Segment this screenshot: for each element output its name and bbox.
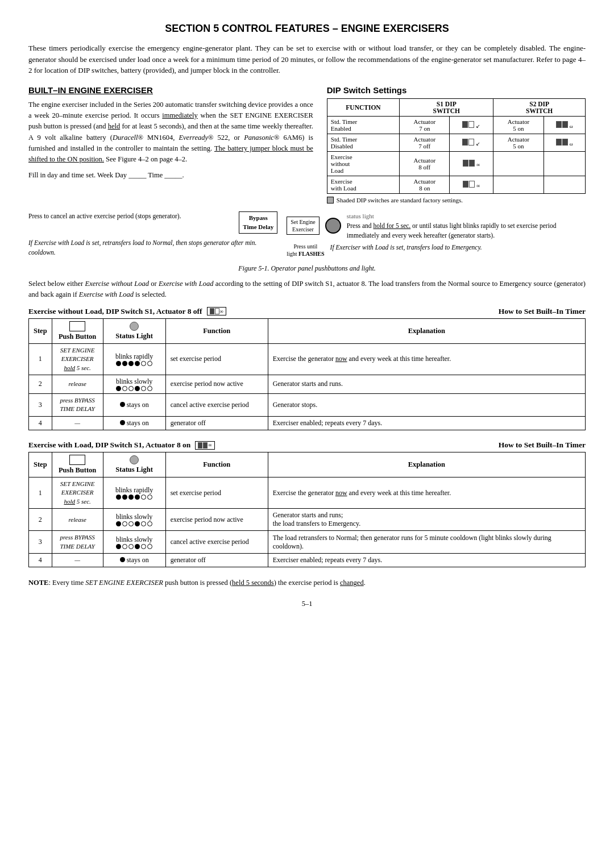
push-button-header-wrapper: Push Button xyxy=(52,452,103,477)
dot-icon xyxy=(122,361,127,366)
table-row: ExercisewithoutLoad Actuator8 off ∞ xyxy=(327,151,585,176)
push-button-cell: — xyxy=(52,554,103,567)
explanation-cell: Exercise the generator now and every wee… xyxy=(268,343,585,375)
dot-icon xyxy=(147,495,152,500)
function-header: Function xyxy=(165,318,268,343)
exerciser-with-load-note: If Exerciser with Load is set, transfers… xyxy=(330,243,482,252)
step-number: 3 xyxy=(29,531,52,554)
dot-icon xyxy=(141,521,146,526)
step-number: 1 xyxy=(29,477,52,509)
table-row: 4 — stays on generator off Exerciser ena… xyxy=(29,416,586,430)
explanation-cell: Exercise the generator now and every wee… xyxy=(268,477,585,509)
step-number: 4 xyxy=(29,554,52,567)
exercise-without-load-section: Exercise without Load, DIP Switch S1, Ac… xyxy=(28,307,586,430)
push-button-header: Push Button xyxy=(59,466,96,475)
push-button-cell: — xyxy=(52,416,103,430)
dip-switch-inline-off: ∞ xyxy=(207,307,226,315)
dot-icon xyxy=(128,521,134,526)
explanation-header: Explanation xyxy=(268,452,585,477)
dot-icon xyxy=(135,386,140,391)
status-light-header-wrapper: Status Light xyxy=(103,452,165,477)
how-to-with-load: How to Set Built–In Timer xyxy=(499,441,586,450)
dot-icon xyxy=(128,361,134,366)
figure-area: Press to cancel an active exercise perio… xyxy=(28,211,586,258)
status-light-cell: stays on xyxy=(103,554,165,567)
function-cell: cancel active exercise period xyxy=(165,393,268,416)
status-light-cell: stays on xyxy=(103,393,165,416)
status-light-header: Status Light xyxy=(115,332,153,340)
dip-title: DIP Switch Settings xyxy=(327,85,586,95)
dot-icon xyxy=(128,544,134,549)
page-number: 5–1 xyxy=(28,600,586,608)
dot-icon xyxy=(116,495,121,500)
explanation-cell: Generator starts and runs;the load trans… xyxy=(268,509,585,531)
table-row: 1 SET ENGINEEXERCISERhold 5 sec. blinks … xyxy=(29,343,586,375)
function-cell: set exercise period xyxy=(165,343,268,375)
select-paragraph: Select below either Exercise without Loa… xyxy=(28,279,586,300)
table-row: Std. TimerEnabled Actuator7 on ↙ Actuato… xyxy=(327,116,585,134)
dot-icon xyxy=(135,521,140,526)
dot-icon xyxy=(147,544,152,549)
figure-caption: Figure 5-1. Operator panel pushbuttons a… xyxy=(28,264,586,273)
push-button-cell: press BYPASSTIME DELAY xyxy=(52,393,103,416)
explanation-cell: Exerciser enabled; repeats every 7 days. xyxy=(268,554,585,567)
explanation-header: Explanation xyxy=(268,318,585,343)
note-paragraph: NOTE: Every time SET ENGINE EXERCISER pu… xyxy=(28,578,586,588)
status-light-cell: blinks slowly xyxy=(103,509,165,531)
status-light-cell: stays on xyxy=(103,416,165,430)
dot-icon xyxy=(141,361,146,366)
function-cell: generator off xyxy=(165,554,268,567)
table-row: Std. TimerDisabled Actuator7 off ↙ Actua… xyxy=(327,134,585,151)
dot-icon xyxy=(135,361,140,366)
function-cell: set exercise period xyxy=(165,477,268,509)
shade-box-icon xyxy=(327,197,334,203)
function-cell: cancel active exercise period xyxy=(165,531,268,554)
status-light-cell: blinks rapidly xyxy=(103,343,165,375)
table-row: 3 press BYPASSTIME DELAY blinks slowly c… xyxy=(29,531,586,554)
exercise-without-load-table: Step Push Button Status Light Function E… xyxy=(28,318,586,430)
step-number: 1 xyxy=(29,343,52,375)
function-cell: exercise period now active xyxy=(165,509,268,531)
table-row: 3 press BYPASSTIME DELAY stays on cancel… xyxy=(29,393,586,416)
dot-icon xyxy=(141,495,146,500)
dot-icon xyxy=(122,521,127,526)
explanation-cell: Generator stops. xyxy=(268,393,585,416)
status-light-cell: blinks slowly xyxy=(103,375,165,393)
dot-icon xyxy=(128,495,134,500)
status-circle-icon xyxy=(130,455,139,464)
dot-icon xyxy=(120,420,125,425)
push-btn-icon xyxy=(69,455,85,465)
fill-line: Fill in day and time set. Week Day _____… xyxy=(28,171,313,180)
press-until-label: Press untillight FLASHES xyxy=(287,243,324,258)
dot-icon xyxy=(135,544,140,549)
dip-col-function: FUNCTION xyxy=(327,98,399,116)
dot-icon xyxy=(122,544,127,549)
figure-right: Set EngineExerciser status light Press a… xyxy=(287,211,586,258)
push-button-cell: SET ENGINEEXERCISERhold 5 sec. xyxy=(52,343,103,375)
status-light-cell: blinks rapidly xyxy=(103,477,165,509)
push-button-cell: press BYPASSTIME DELAY xyxy=(52,531,103,554)
built-in-text: The engine exerciser included in the Ser… xyxy=(28,99,313,165)
dip-col-s2: S2 DIPSWITCH xyxy=(493,98,586,116)
dot-icon xyxy=(116,521,121,526)
function-header: Function xyxy=(165,452,268,477)
push-button-header: Push Button xyxy=(59,333,96,341)
set-engine-button xyxy=(325,218,341,234)
exercise-without-load-header: Exercise without Load, DIP Switch S1, Ac… xyxy=(28,307,202,316)
press-cancel-text: Press to cancel an active exercise perio… xyxy=(28,211,230,221)
table-row: 2 release blinks slowly exercise period … xyxy=(29,375,586,393)
dot-icon xyxy=(128,386,134,391)
page-title: SECTION 5 CONTROL FEATURES – ENGINE EXER… xyxy=(28,23,586,35)
explanation-cell: Generator starts and runs. xyxy=(268,375,585,393)
exercise-with-load-header: Exercise with Load, DIP Switch S1, Actua… xyxy=(28,441,190,450)
status-light-header: Status Light xyxy=(115,466,153,474)
dot-icon xyxy=(122,386,127,391)
explanation-cell: The load retransfers to Normal; then gen… xyxy=(268,531,585,554)
table-row: 4 — stays on generator off Exerciser ena… xyxy=(29,554,586,567)
table-row: 1 SET ENGINEEXERCISERhold 5 sec. blinks … xyxy=(29,477,586,509)
dip-col-s1: S1 DIPSWITCH xyxy=(400,98,493,116)
how-to-without-load: How to Set Built–In Timer xyxy=(499,307,586,316)
exercise-with-load-table: Step Push Button Status Light Function E… xyxy=(28,452,586,567)
status-light-cell: blinks slowly xyxy=(103,531,165,554)
dot-icon xyxy=(141,386,146,391)
